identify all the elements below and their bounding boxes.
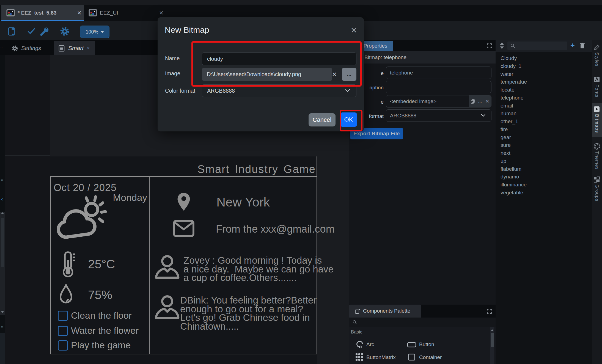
dialog-colorformat-label: Color format <box>165 88 195 94</box>
bitmap-item[interactable]: gear <box>501 133 583 141</box>
bitmap-item[interactable]: email <box>501 102 583 110</box>
palette-tab-icon <box>355 308 360 314</box>
palette-item-arc[interactable]: Arc <box>366 341 374 348</box>
dialog-close-icon[interactable]: ✕ <box>351 26 357 35</box>
chevron-down-icon <box>481 114 486 117</box>
design-column-divider <box>149 176 150 354</box>
todo-checkbox-2[interactable] <box>58 326 68 336</box>
bitmap-item[interactable]: locate <box>501 86 583 94</box>
message-2: DBink: You feeling better?Betterenough t… <box>180 296 317 330</box>
message-1: Zovey : Good morning ! Today isa nice da… <box>183 256 334 282</box>
annotation-rect-ok <box>340 110 362 131</box>
left-splitter2-icon[interactable]: ⁝⁝ <box>1 325 4 329</box>
side-tab-fonts[interactable]: Fonts <box>594 84 600 98</box>
caret-down-icon <box>101 31 104 33</box>
left-pane-divider[interactable] <box>5 155 50 156</box>
cancel-button[interactable]: Cancel <box>309 113 336 126</box>
bitmap-item[interactable]: fire <box>501 125 583 133</box>
person-icon-1 <box>154 254 180 280</box>
left-dock-strip <box>0 55 5 364</box>
bitmap-item[interactable]: temperatue <box>501 78 583 86</box>
bitmap-item[interactable]: next <box>501 149 583 157</box>
add-bitmap-icon[interactable]: + <box>569 41 576 49</box>
page-flow-icon[interactable] <box>6 26 17 37</box>
project-tab2-close-icon[interactable]: ✕ <box>159 10 164 16</box>
bitmap-item[interactable]: illuminance <box>501 181 583 189</box>
palette-item-button[interactable]: Button <box>419 341 434 348</box>
groups-icon[interactable] <box>593 176 600 183</box>
zoom-value: 100% <box>86 29 98 35</box>
project-tab-close-icon[interactable]: ✕ <box>77 10 82 16</box>
left-splitter-icon[interactable]: ⁝⁝ <box>1 178 4 182</box>
location-pin-icon <box>175 191 192 213</box>
clear-image-icon[interactable]: ✕ <box>485 98 489 104</box>
tab-smart-label: Smart <box>68 45 84 51</box>
location-value: New York <box>216 195 270 209</box>
collapse-chevron-icon[interactable]: ‹ <box>1 196 4 201</box>
side-tab-bitmaps[interactable]: Bitmaps <box>594 114 600 133</box>
design-left-border <box>50 176 51 354</box>
styles-icon[interactable] <box>593 44 600 51</box>
scroll-down-icon[interactable] <box>1 311 4 313</box>
build-gear-icon[interactable] <box>60 26 70 36</box>
side-tab-styles[interactable]: Styles <box>594 52 600 67</box>
palette-search-input[interactable] <box>349 318 496 327</box>
dialog-footer-divider <box>158 107 364 107</box>
bitmap-item[interactable]: sure <box>501 141 583 149</box>
left-bottom-panel <box>0 333 5 364</box>
titlebar-strip <box>0 0 602 5</box>
settings-gear-icon <box>12 45 18 52</box>
bitmap-item[interactable]: Cloudy <box>501 54 583 62</box>
palette-item-container[interactable]: Container <box>419 354 442 360</box>
delete-bitmap-icon[interactable] <box>580 43 585 49</box>
expand-panel-icon[interactable] <box>487 43 492 48</box>
bitmap-item[interactable]: other_1 <box>501 117 583 125</box>
todo-checkbox-1[interactable] <box>58 311 68 321</box>
left-scrollbar-thumb[interactable] <box>1 218 4 267</box>
palette-search-icon <box>353 320 357 324</box>
bitmap-item[interactable]: water <box>501 70 583 78</box>
zoom-select[interactable]: 100% <box>80 26 109 38</box>
palette-tab[interactable]: Components Palette <box>349 305 421 318</box>
bitmap-item[interactable]: vegetable <box>501 189 583 197</box>
thermometer-icon <box>59 251 76 278</box>
palette-expand-icon[interactable] <box>487 309 492 314</box>
arc-component-icon <box>356 340 364 349</box>
bitmap-item[interactable]: human <box>501 109 583 117</box>
prop-image-actions: ... ✕ <box>469 95 491 107</box>
buttonmatrix-component-icon <box>355 353 364 361</box>
prop-format-select[interactable]: ARGB8888 <box>386 109 491 122</box>
side-tab-themes[interactable]: Themes <box>594 151 600 170</box>
dialog-title: New Bitmap <box>165 25 209 35</box>
design-date: Oct 20 / 2025 <box>54 182 117 194</box>
side-tab-groups[interactable]: Groups <box>594 184 600 202</box>
bitmaps-search-input[interactable] <box>507 42 567 50</box>
bitmaps-icon[interactable] <box>593 106 600 112</box>
palette-scrollbar-thumb[interactable] <box>491 333 494 347</box>
palette-item-buttonmatrix[interactable]: ButtonMatrix <box>366 354 396 360</box>
palette-tab-label: Components Palette <box>363 308 410 314</box>
themes-icon[interactable] <box>593 143 600 150</box>
panel-splitter-icon[interactable]: ⁝⁝ <box>1 46 3 50</box>
prop-name-input[interactable]: telephone <box>386 67 491 79</box>
dialog-name-label: Name <box>165 55 180 62</box>
tab-settings[interactable]: Settings <box>21 45 41 51</box>
fonts-icon[interactable] <box>593 76 600 83</box>
wrench-icon[interactable] <box>39 25 50 36</box>
prop-description-input[interactable] <box>386 81 491 93</box>
bitmap-item[interactable]: cloudy_1 <box>501 62 583 70</box>
person-icon-2 <box>154 294 180 320</box>
bitmap-item[interactable]: flabellum <box>501 165 583 173</box>
scroll-up-icon[interactable] <box>1 212 4 214</box>
dialog-image-label: Image <box>165 70 180 77</box>
bitmap-item[interactable]: dynamo <box>501 173 583 181</box>
tab-smart-close-icon[interactable]: × <box>87 45 90 51</box>
bitmap-item[interactable]: telephone <box>501 94 583 102</box>
check-icon[interactable] <box>26 26 36 36</box>
copy-icon[interactable] <box>471 99 475 104</box>
more-icon[interactable]: ... <box>478 99 482 104</box>
sort-icon[interactable] <box>499 42 504 49</box>
bitmap-item[interactable]: up <box>501 157 583 165</box>
todo-checkbox-3[interactable] <box>58 340 68 351</box>
todo-label-1: Clean the floor <box>71 310 132 321</box>
